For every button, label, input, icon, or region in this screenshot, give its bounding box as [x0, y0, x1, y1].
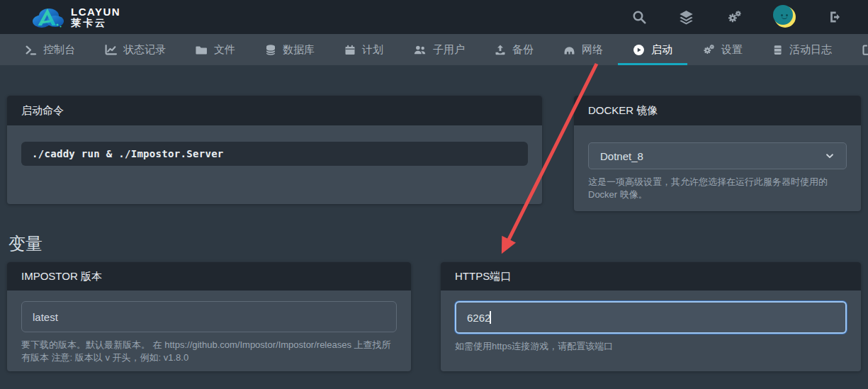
- avatar[interactable]: [774, 6, 796, 28]
- brand-logo[interactable]: LCAYUN 莱卡云: [32, 6, 120, 28]
- tab-databases[interactable]: 数据库: [250, 34, 329, 65]
- cloud-logo-icon: [32, 6, 64, 28]
- startup-command-card: 启动命令 ./caddy run & ./Impostor.Server: [7, 96, 542, 204]
- impostor-version-card: IMPOSTOR 版本 要下载的版本。默认最新版本。 在 https://git…: [7, 262, 411, 371]
- card-title: HTTPS端口: [441, 262, 861, 291]
- log-icon: [772, 44, 783, 56]
- impostor-version-input[interactable]: [21, 301, 397, 332]
- chevron-down-icon: [825, 151, 835, 161]
- docker-image-help: 这是一项高级设置，其允许您选择在运行此服务器时使用的 Docker 映像。: [588, 176, 847, 201]
- tab-activity-log[interactable]: 活动日志: [757, 34, 847, 65]
- play-circle-icon: [633, 44, 645, 56]
- upload-icon: [495, 44, 506, 56]
- brand-name-zh: 莱卡云: [71, 18, 120, 28]
- startup-page: 启动命令 ./caddy run & ./Impostor.Server DOC…: [0, 96, 868, 371]
- docker-image-card: DOCKER 镜像 Dotnet_8 这是一项高级设置，其允许您选择在运行此服务…: [574, 96, 861, 211]
- tab-network[interactable]: 网络: [548, 34, 618, 65]
- tab-label: 备份: [512, 43, 534, 57]
- tab-label: 数据库: [283, 43, 315, 57]
- https-port-card: HTTPS端口 如需使用https连接游戏，请配置该端口: [441, 262, 861, 371]
- network-icon: [563, 44, 575, 56]
- text-cursor: [490, 311, 491, 324]
- tab-label: 计划: [362, 43, 383, 57]
- tab-subusers[interactable]: 子用户: [398, 34, 480, 65]
- folder-icon: [196, 44, 208, 56]
- card-title: 启动命令: [7, 96, 542, 125]
- tab-label: 网络: [582, 43, 603, 57]
- tab-startup[interactable]: 启动: [618, 34, 687, 65]
- chart-line-icon: [105, 44, 117, 56]
- admin-gears-icon[interactable]: [726, 9, 742, 25]
- tab-console[interactable]: 控制台: [10, 34, 90, 65]
- brand-name: LCAYUN 莱卡云: [71, 6, 120, 28]
- tab-label: 活动日志: [789, 43, 832, 57]
- navbar-actions: [632, 6, 842, 28]
- tab-external-link[interactable]: [847, 34, 868, 65]
- top-navbar: LCAYUN 莱卡云: [0, 0, 868, 34]
- startup-command-value: ./caddy run & ./Impostor.Server: [21, 142, 528, 166]
- tab-label: 设置: [721, 43, 743, 57]
- card-title: IMPOSTOR 版本: [7, 262, 411, 291]
- database-icon: [265, 44, 276, 56]
- users-icon: [413, 44, 427, 56]
- https-port-help: 如需使用https连接游戏，请配置该端口: [455, 340, 847, 353]
- tab-label: 子用户: [433, 43, 465, 57]
- tab-label: 状态记录: [123, 43, 166, 57]
- calendar-icon: [344, 44, 356, 56]
- docker-image-select[interactable]: Dotnet_8: [588, 142, 847, 169]
- server-tab-bar: 控制台 状态记录 文件 数据库: [0, 34, 868, 65]
- tab-files[interactable]: 文件: [181, 34, 250, 65]
- selected-option: Dotnet_8: [600, 150, 643, 162]
- brand-name-en: LCAYUN: [71, 6, 120, 18]
- tab-backups[interactable]: 备份: [480, 34, 548, 65]
- external-link-icon: [862, 43, 868, 56]
- card-title: DOCKER 镜像: [574, 96, 861, 125]
- tab-label: 控制台: [43, 43, 75, 57]
- tab-schedules[interactable]: 计划: [329, 34, 398, 65]
- search-icon[interactable]: [632, 10, 646, 24]
- tab-label: 文件: [214, 43, 235, 57]
- variables-heading: 变量: [7, 232, 861, 255]
- impostor-version-help: 要下载的版本。默认最新版本。 在 https://github.com/Impo…: [21, 339, 397, 364]
- layers-icon[interactable]: [679, 10, 694, 25]
- logout-icon[interactable]: [828, 10, 842, 24]
- tab-status-log[interactable]: 状态记录: [90, 34, 181, 65]
- terminal-icon: [25, 44, 37, 56]
- https-port-input[interactable]: [455, 301, 847, 334]
- gears-icon: [702, 43, 715, 56]
- tab-settings[interactable]: 设置: [687, 34, 757, 65]
- tab-label: 启动: [651, 43, 672, 57]
